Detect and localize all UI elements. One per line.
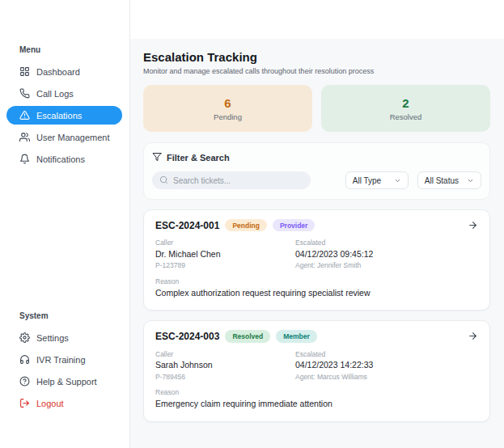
chevron-down-icon — [394, 177, 401, 184]
caller-label: Caller — [155, 239, 295, 247]
sidebar-item-settings[interactable]: Settings — [6, 328, 122, 347]
sidebar-item-label: Settings — [36, 333, 69, 343]
caller-name: Dr. Michael Chen — [155, 249, 295, 260]
ticket-card[interactable]: ESC-2024-001 Pending Provider Caller Dr.… — [143, 209, 490, 311]
sidebar-item-label: Notifications — [36, 154, 85, 164]
escalated-datetime: 04/12/2023 14:22:33 — [295, 360, 478, 371]
stats-row: 6 Pending 2 Resolved — [143, 85, 490, 132]
sidebar-item-notifications[interactable]: Notifications — [6, 150, 122, 168]
ticket-header: ESC-2024-003 Resolved Member — [155, 330, 478, 342]
reason-label: Reason — [155, 277, 478, 286]
escalated-column: Escalated 04/12/2023 14:22:33 Agent: Mar… — [295, 350, 478, 382]
sidebar-item-label: Call Logs — [36, 89, 74, 99]
menu-section-label: Menu — [0, 45, 129, 54]
chevron-down-icon — [467, 177, 474, 184]
status-badge: Resolved — [225, 330, 270, 342]
caller-label: Caller — [155, 350, 295, 359]
type-select[interactable]: All Type — [345, 171, 409, 189]
sidebar-item-help-support[interactable]: Help & Support — [6, 372, 122, 391]
reason-block: Reason Complex authorization request req… — [155, 277, 478, 298]
ticket-id: ESC-2024-001 — [155, 220, 219, 231]
system-section-label: System — [0, 311, 129, 320]
filter-header: Filter & Search — [152, 152, 481, 163]
topbar — [130, 0, 504, 39]
sidebar-item-escalations[interactable]: Escalations — [6, 106, 122, 125]
resolved-count: 2 — [402, 96, 409, 110]
search-input[interactable] — [173, 176, 303, 185]
stat-card-resolved: 2 Resolved — [321, 85, 490, 132]
caller-column: Caller Sarah Johnson P-789456 — [155, 350, 295, 382]
phone-icon — [19, 88, 30, 99]
pending-count: 6 — [224, 96, 231, 110]
filter-controls: All Type All Status — [152, 171, 481, 189]
main-content: Escalation Tracking Monitor and manage e… — [130, 0, 504, 448]
sidebar-item-label: Help & Support — [36, 377, 97, 387]
sidebar: Menu Dashboard Call Logs Escalations — [0, 0, 130, 448]
dashboard-icon — [19, 66, 30, 77]
reason-block: Reason Emergency claim requiring immedia… — [155, 388, 478, 409]
status-select-value: All Status — [425, 176, 459, 185]
ticket-details: Caller Dr. Michael Chen P-123789 Escalat… — [155, 239, 478, 270]
system-section: System Settings IVR Training Help & Supp… — [0, 311, 129, 416]
logout-icon — [19, 398, 30, 408]
agent-line: Agent: Marcus Williams — [295, 373, 478, 382]
sidebar-item-label: IVR Training — [36, 355, 86, 365]
type-badge: Provider — [273, 219, 316, 231]
type-select-value: All Type — [353, 176, 381, 185]
bell-icon — [19, 154, 30, 164]
ticket-card[interactable]: ESC-2024-003 Resolved Member Caller Sara… — [143, 320, 490, 421]
type-badge: Member — [276, 330, 317, 342]
agent-line: Agent: Jennifer Smith — [295, 261, 478, 270]
warning-triangle-icon — [19, 110, 30, 120]
search-box — [152, 171, 311, 189]
help-circle-icon — [19, 376, 30, 387]
sidebar-item-dashboard[interactable]: Dashboard — [6, 62, 122, 81]
menu-section: Menu Dashboard Call Logs Escalations — [0, 45, 129, 171]
filter-funnel-icon — [152, 152, 162, 163]
arrow-right-icon[interactable] — [468, 220, 478, 230]
sidebar-item-ivr-training[interactable]: IVR Training — [6, 350, 122, 369]
users-icon — [19, 132, 30, 142]
sidebar-item-logout[interactable]: Logout — [6, 394, 122, 412]
sidebar-item-label: Dashboard — [36, 67, 80, 77]
filter-panel: Filter & Search All Type — [143, 142, 490, 200]
status-badge: Pending — [225, 219, 267, 231]
arrow-right-icon[interactable] — [468, 331, 478, 341]
reason-text: Emergency claim requiring immediate atte… — [155, 399, 478, 410]
page-subtitle: Monitor and manage escalated calls throu… — [143, 67, 490, 75]
gear-icon — [19, 332, 30, 343]
caller-ref: P-789456 — [155, 373, 295, 382]
headset-icon — [19, 354, 30, 365]
escalated-label: Escalated — [295, 350, 478, 359]
escalated-datetime: 04/12/2023 09:45:12 — [295, 249, 478, 260]
caller-ref: P-123789 — [155, 261, 295, 270]
filter-selects: All Type All Status — [345, 171, 481, 189]
status-select[interactable]: All Status — [417, 171, 481, 189]
pending-label: Pending — [214, 112, 242, 121]
caller-column: Caller Dr. Michael Chen P-123789 — [155, 239, 295, 270]
search-icon — [159, 173, 168, 188]
sidebar-item-label: Logout — [36, 399, 64, 408]
content-area: Escalation Tracking Monitor and manage e… — [130, 39, 504, 448]
page-title: Escalation Tracking — [143, 50, 490, 64]
reason-label: Reason — [155, 388, 478, 397]
sidebar-item-label: User Management — [36, 133, 110, 142]
sidebar-item-label: Escalations — [36, 111, 82, 120]
reason-text: Complex authorization request requiring … — [155, 288, 478, 299]
escalated-column: Escalated 04/12/2023 09:45:12 Agent: Jen… — [295, 239, 478, 270]
caller-name: Sarah Johnson — [155, 360, 295, 371]
escalated-label: Escalated — [295, 239, 478, 247]
stat-card-pending: 6 Pending — [143, 85, 312, 132]
filter-title: Filter & Search — [167, 153, 230, 163]
resolved-label: Resolved — [390, 112, 422, 121]
sidebar-item-call-logs[interactable]: Call Logs — [6, 84, 122, 103]
ticket-id: ESC-2024-003 — [155, 331, 219, 342]
app-window: Menu Dashboard Call Logs Escalations — [0, 0, 504, 448]
ticket-details: Caller Sarah Johnson P-789456 Escalated … — [155, 350, 478, 382]
sidebar-item-user-management[interactable]: User Management — [6, 128, 122, 146]
ticket-header: ESC-2024-001 Pending Provider — [155, 219, 478, 231]
